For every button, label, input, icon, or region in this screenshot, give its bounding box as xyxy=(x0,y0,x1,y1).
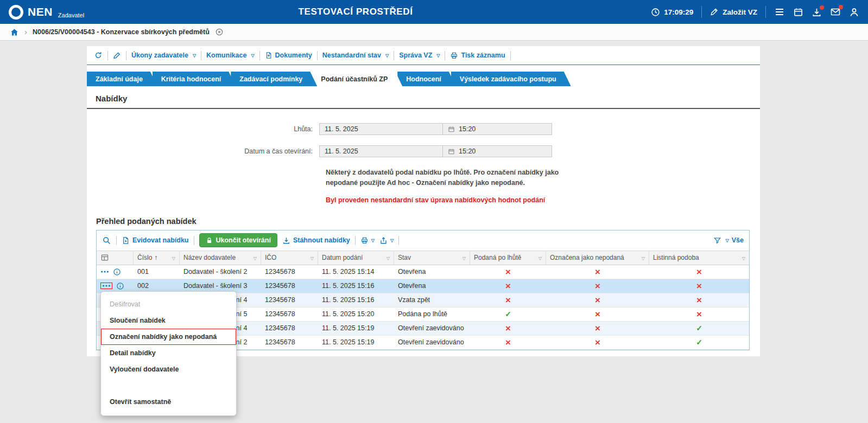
oteviani-label: Datum a čas otevírání: xyxy=(87,148,319,155)
edit-icon xyxy=(710,8,719,16)
menu-item-slouceni-nabidek[interactable]: Sloučení nabídek xyxy=(101,312,236,329)
home-icon xyxy=(10,28,19,37)
nen-logo[interactable]: NEN Zadavatel xyxy=(9,4,84,20)
cell-datum: 11. 5. 2025 15:20 xyxy=(318,310,394,318)
column-header-cislo[interactable]: Číslo↑ xyxy=(134,251,180,265)
filter-dropdown-icon[interactable] xyxy=(642,254,645,261)
cell-stav: Vzata zpět xyxy=(394,296,470,304)
column-header-oznacena-jako-nepodana[interactable]: Označena jako nepodaná xyxy=(546,251,649,265)
filter-dropdown-icon[interactable] xyxy=(172,254,175,261)
filter-dropdown-icon[interactable] xyxy=(254,254,257,261)
menu-item-detail-nabidky[interactable]: Detail nabídky xyxy=(101,345,236,361)
chevron-down-icon: ▽ xyxy=(371,238,375,243)
status-mark xyxy=(595,281,600,291)
refresh-button[interactable] xyxy=(94,51,103,60)
toolbar-item-nestandardni-stav[interactable]: Nestandardní stav xyxy=(322,52,389,59)
lhuta-time-field[interactable]: 15:20 xyxy=(442,123,552,135)
create-vz-button[interactable]: Založit VZ xyxy=(710,8,757,16)
oteviani-date-field[interactable]: 11. 5. 2025 xyxy=(319,145,443,157)
tab-vysledek-zadavaciho-postupu[interactable]: Výsledek zadávacího postupu xyxy=(451,72,571,86)
late-offer-info-text: Některý z dodavatelů podal nabídku po lh… xyxy=(326,168,571,189)
filter-button[interactable] xyxy=(713,236,721,245)
filter-dropdown-icon[interactable] xyxy=(311,254,314,261)
oteviani-time-field[interactable]: 15:20 xyxy=(442,145,552,157)
vse-filter-button[interactable]: ▽ Vše xyxy=(726,236,744,244)
row-menu-button[interactable] xyxy=(102,284,111,287)
filter-dropdown-icon[interactable] xyxy=(742,254,745,261)
search-button[interactable] xyxy=(102,236,111,245)
column-header-ico[interactable]: IČO xyxy=(261,251,318,265)
document-icon xyxy=(265,52,273,59)
chevron-down-icon: ▽ xyxy=(726,238,729,243)
status-mark xyxy=(595,324,600,333)
info-icon[interactable] xyxy=(116,282,124,290)
toolbar-item-tisk-zaznamu[interactable]: Tisk záznamu xyxy=(450,52,505,60)
export-menu-button[interactable]: ▽ xyxy=(379,236,394,245)
sort-ascending-icon: ↑ xyxy=(154,254,157,261)
menu-item-desifrovat[interactable]: Dešifrovat xyxy=(101,296,236,312)
table-row[interactable]: 001 Dodavatel - školení 2 12345678 11. 5… xyxy=(97,265,749,279)
print-menu-button[interactable]: ▽ xyxy=(360,236,375,245)
cell-datum: 11. 5. 2025 15:14 xyxy=(318,268,394,275)
close-record-button[interactable] xyxy=(215,28,224,36)
home-button[interactable] xyxy=(10,28,19,37)
status-mark xyxy=(505,267,511,277)
downloads-button[interactable] xyxy=(812,7,822,17)
status-mark xyxy=(595,310,600,319)
toolbar-item-komunikace[interactable]: Komunikace xyxy=(206,52,255,59)
nen-logo-icon xyxy=(9,5,23,20)
menu-item-otevrit-samostatne[interactable]: Otevřít samostatně xyxy=(101,394,236,410)
notification-badge xyxy=(839,5,843,9)
tab-zakladni-udaje[interactable]: Základní údaje xyxy=(87,72,157,86)
edit-record-button[interactable] xyxy=(113,52,121,60)
cell-ico: 12345678 xyxy=(261,310,318,318)
tab-kriteria-hodnoceni[interactable]: Kritéria hodnocení xyxy=(153,72,236,86)
filter-dropdown-icon[interactable] xyxy=(538,254,542,261)
column-chooser[interactable] xyxy=(97,251,134,265)
status-mark xyxy=(696,310,702,319)
column-header-datum-podani[interactable]: Datum podání xyxy=(318,251,394,265)
profile-button[interactable] xyxy=(849,7,859,17)
tab-zadavaci-podminky[interactable]: Zadávací podmínky xyxy=(231,72,317,86)
cell-stav: Otevřena xyxy=(394,268,470,275)
column-chooser-icon xyxy=(100,253,109,262)
tab-podani-ucastniku-zp[interactable]: Podání účastníků ZP xyxy=(312,72,402,86)
stahnout-nabidky-button[interactable]: Stáhnout nabídky xyxy=(282,236,350,245)
row-menu-button[interactable] xyxy=(100,270,109,273)
status-mark xyxy=(696,267,702,277)
filter-dropdown-icon[interactable] xyxy=(462,254,466,261)
messages-button[interactable] xyxy=(830,7,841,17)
section-title: Nabídky xyxy=(87,86,760,109)
cell-datum: 11. 5. 2025 15:19 xyxy=(318,324,394,332)
status-mark xyxy=(505,324,511,333)
menu-item-vylouceni-dodavatele[interactable]: Vyloučení dodavatele xyxy=(101,361,236,377)
column-header-nazev-dodavatele[interactable]: Název dodavatele xyxy=(180,251,261,265)
ukoncit-otevirani-button[interactable]: Ukončit otevírání xyxy=(199,233,277,247)
hamburger-menu-button[interactable] xyxy=(774,7,785,17)
lhuta-date-field[interactable]: 11. 5. 2025 xyxy=(319,123,443,135)
cell-datum: 11. 5. 2025 15:19 xyxy=(318,338,394,346)
toolbar-item-dokumenty[interactable]: Dokumenty xyxy=(265,52,312,59)
filter-dropdown-icon[interactable] xyxy=(387,254,390,261)
evidovat-nabidku-button[interactable]: Evidovat nabídku xyxy=(122,236,189,245)
action-toolbar: Úkony zadavatele Komunikace Dokumenty Ne… xyxy=(87,46,760,65)
cell-dodavatel: Dodavatel - školení 2 xyxy=(180,268,261,275)
column-header-stav[interactable]: Stav xyxy=(394,251,470,265)
tab-hodnoceni[interactable]: Hodnocení xyxy=(397,72,456,86)
brand-subtitle: Zadavatel xyxy=(58,12,84,18)
column-header-podana-po-lhute[interactable]: Podaná po lhůtě xyxy=(470,251,546,265)
cell-stav: Otevřena xyxy=(394,282,470,290)
info-icon[interactable] xyxy=(113,268,121,276)
calendar-button[interactable] xyxy=(793,7,803,17)
calendar-small-icon xyxy=(448,126,455,133)
menu-spacer xyxy=(101,377,236,394)
toolbar-item-ukony-zadavatele[interactable]: Úkony zadavatele xyxy=(131,52,196,59)
menu-item-oznaceni-nabidky-jako-nepodana[interactable]: Označení nabídky jako nepodaná xyxy=(101,329,236,345)
create-vz-label: Založit VZ xyxy=(723,8,757,16)
breadcrumb-record: N006/25/V00004543 - Konzervace sbírkovýc… xyxy=(33,28,210,36)
toolbar-item-sprava-vz[interactable]: Správa VZ xyxy=(399,52,440,59)
status-mark xyxy=(505,281,511,291)
status-mark xyxy=(696,296,702,305)
column-header-listinna-podoba[interactable]: Listinná podoba xyxy=(649,251,749,265)
breadcrumb-separator xyxy=(24,27,27,37)
